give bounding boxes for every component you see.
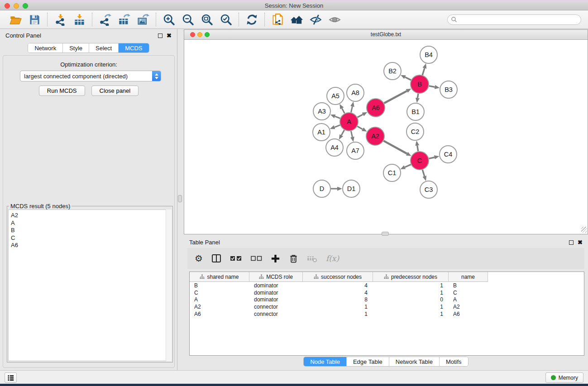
graph-node-A2[interactable]: A2 [366, 127, 384, 145]
zoom-fit-icon[interactable] [200, 13, 214, 26]
tab-network-table[interactable]: Network Table [389, 357, 440, 366]
zoom-selected-icon[interactable] [219, 13, 233, 26]
close-window-icon[interactable] [5, 3, 10, 9]
float-table-panel-icon[interactable] [569, 240, 574, 245]
tab-edge-table[interactable]: Edge Table [347, 357, 389, 366]
mcds-result-list[interactable]: A2ABCA6 [8, 210, 172, 361]
save-session-icon[interactable] [28, 13, 41, 26]
column-settings-icon[interactable]: ⚙ [195, 254, 203, 263]
show-hidden-icon[interactable] [328, 13, 341, 26]
tab-node-table[interactable]: Node Table [304, 357, 347, 366]
tab-network[interactable]: Network [28, 43, 63, 52]
table-row[interactable]: A2connector11A2 [190, 303, 584, 310]
graph-node-C2[interactable]: C2 [406, 123, 424, 140]
network-window-titlebar[interactable]: testGlobe.txt [184, 30, 588, 40]
graph-edge-B-B4[interactable] [422, 68, 425, 75]
horizontal-splitter-handle[interactable] [382, 232, 389, 236]
network-from-selection-icon[interactable] [271, 13, 284, 26]
search-box[interactable] [447, 14, 581, 25]
close-table-panel-icon[interactable]: ✖ [578, 240, 583, 245]
table-row[interactable]: A6connector11A6 [190, 310, 584, 318]
graph-edge-A-A1[interactable] [335, 125, 340, 127]
import-table-icon[interactable] [72, 13, 86, 26]
export-network-icon[interactable] [98, 13, 112, 26]
graph-edge-A-A8[interactable] [351, 106, 352, 112]
run-mcds-button[interactable]: Run MCDS [39, 86, 85, 96]
graph-node-A6[interactable]: A6 [367, 99, 385, 117]
graph-node-C4[interactable]: C4 [440, 146, 457, 163]
column-header-predecessor-nodes[interactable]: predecessor nodes [373, 272, 449, 282]
column-header-successor-nodes[interactable]: successor nodes [303, 272, 373, 282]
network-close-icon[interactable] [190, 32, 195, 37]
split-table-view-icon[interactable] [211, 253, 221, 263]
graph-node-A7[interactable]: A7 [347, 142, 364, 159]
tab-mcds[interactable]: MCDS [119, 43, 148, 52]
home-networks-icon[interactable] [290, 13, 303, 26]
task-history-button[interactable] [5, 372, 17, 383]
zoom-out-icon[interactable] [181, 13, 195, 26]
mcds-result-item[interactable]: B [11, 227, 171, 234]
apply-preferred-layout-icon[interactable] [245, 13, 258, 26]
graph-edge-A-A6[interactable] [358, 114, 363, 117]
export-table-icon[interactable] [117, 13, 131, 26]
close-panel-button[interactable]: Close panel [91, 86, 139, 96]
open-session-icon[interactable] [9, 13, 22, 26]
graph-node-C[interactable]: C [411, 152, 429, 170]
add-column-icon[interactable] [271, 254, 280, 263]
memory-button[interactable]: Memory [545, 372, 583, 383]
graph-node-B[interactable]: B [411, 75, 429, 93]
mcds-list-scrollbar[interactable] [166, 210, 172, 361]
graph-node-A1[interactable]: A1 [313, 124, 330, 141]
graph-edge-C-C3[interactable] [422, 170, 424, 176]
vertical-splitter-handle[interactable] [178, 195, 182, 202]
column-header-name[interactable]: name [449, 272, 488, 282]
mcds-result-item[interactable]: A2 [11, 212, 171, 219]
resize-grip-icon[interactable] [581, 227, 587, 233]
graph-node-D1[interactable]: D1 [343, 180, 360, 197]
import-network-icon[interactable] [53, 13, 67, 26]
hide-selected-icon[interactable] [309, 13, 322, 26]
mcds-result-item[interactable]: A [11, 219, 171, 227]
float-panel-icon[interactable] [158, 33, 163, 38]
select-all-checks-icon[interactable] [230, 255, 242, 262]
graph-node-A3[interactable]: A3 [313, 103, 330, 120]
graph-node-A5[interactable]: A5 [327, 87, 344, 105]
graph-node-C1[interactable]: C1 [383, 164, 401, 181]
tab-select[interactable]: Select [89, 43, 119, 52]
zoom-in-icon[interactable] [162, 13, 176, 26]
graph-edge-C-C2[interactable] [417, 146, 418, 152]
search-input[interactable] [457, 15, 581, 24]
graph-edge-A-A3[interactable] [335, 116, 340, 118]
export-image-icon[interactable] [136, 13, 150, 26]
graph-edge-A-A4[interactable] [341, 130, 344, 135]
network-canvas[interactable]: B4B2BB3A5A8A6A3B1AC2A1A2A4A7C4CC1C3DD1 [184, 40, 588, 234]
minimize-window-icon[interactable] [14, 3, 19, 9]
delete-columns-icon[interactable] [289, 254, 298, 263]
graph-edge-A-A2[interactable] [357, 126, 363, 129]
network-minimize-icon[interactable] [197, 32, 202, 37]
graph-edge-A6-B[interactable] [384, 91, 407, 103]
network-graph[interactable]: B4B2BB3A5A8A6A3B1AC2A1A2A4A7C4CC1C3DD1 [184, 40, 588, 234]
graph-node-A[interactable]: A [340, 113, 358, 131]
graph-node-D[interactable]: D [313, 180, 330, 197]
graph-edge-A-A5[interactable] [342, 108, 344, 113]
column-header-MCDS-role[interactable]: MCDS role [249, 272, 303, 282]
mcds-result-item[interactable]: A6 [11, 242, 171, 249]
graph-node-B1[interactable]: B1 [407, 103, 424, 120]
graph-node-A4[interactable]: A4 [326, 139, 343, 156]
tab-style[interactable]: Style [63, 43, 89, 52]
tab-motifs[interactable]: Motifs [440, 357, 468, 366]
graph-edge-B-B1[interactable] [418, 94, 418, 98]
graph-node-B2[interactable]: B2 [384, 62, 401, 80]
column-header-shared-name[interactable]: shared name [190, 272, 249, 282]
graph-edge-C-C1[interactable] [405, 164, 411, 167]
table-row[interactable]: Bdominator41B [190, 282, 584, 289]
graph-edge-A2-C[interactable] [383, 141, 407, 153]
graph-edge-B-B2[interactable] [405, 77, 411, 80]
graph-node-B4[interactable]: B4 [420, 46, 437, 63]
graph-node-A8[interactable]: A8 [347, 84, 364, 101]
clear-all-checks-icon[interactable] [251, 256, 262, 262]
graph-node-B3[interactable]: B3 [440, 81, 457, 98]
mcds-result-item[interactable]: C [11, 234, 171, 242]
network-zoom-icon[interactable] [205, 32, 210, 37]
